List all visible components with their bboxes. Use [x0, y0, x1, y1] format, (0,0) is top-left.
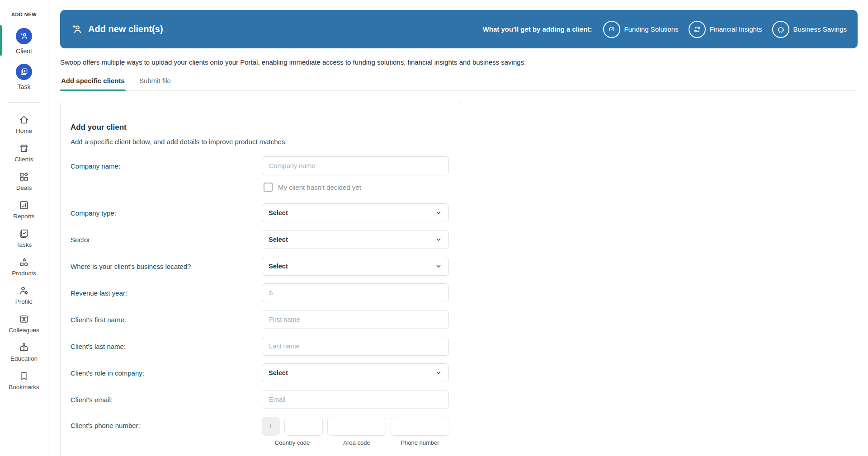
person-gear-icon — [19, 285, 29, 296]
undecided-checkbox-label: My client hasn't decided yet — [278, 183, 361, 191]
revenue-label: Revenue last year: — [71, 289, 262, 297]
sidebar-item-clients[interactable]: Clients — [0, 138, 48, 167]
phone-controls: + Country code Area code Phone number — [262, 417, 449, 446]
id-card-icon — [19, 314, 29, 324]
add-client-button[interactable]: Client — [0, 28, 48, 55]
sidebar-item-bookmarks[interactable]: Bookmarks — [0, 366, 48, 395]
add-client-label: Client — [16, 47, 32, 55]
intro-text: Swoop offers multiple ways to upload you… — [60, 58, 858, 66]
banner-title: Add new client(s) — [88, 24, 163, 34]
chevron-down-icon — [435, 263, 442, 270]
add-client-card: Add your client Add a specific client be… — [60, 102, 461, 456]
sidebar: ADD NEW Client Task — [0, 0, 48, 456]
role-select[interactable]: Select — [262, 363, 449, 382]
role-row: Client's role in company: Select — [71, 363, 449, 382]
report-chart-icon — [19, 200, 29, 211]
bookmark-icon — [19, 371, 29, 381]
benefit-funding-solutions: Funding Solutions — [603, 21, 679, 38]
gauge-icon — [603, 21, 620, 38]
shapes-icon — [19, 257, 29, 268]
person-add-icon — [16, 28, 32, 44]
company-name-input[interactable] — [262, 156, 449, 175]
last-name-input[interactable] — [262, 337, 449, 356]
phone-number-input[interactable] — [391, 417, 449, 436]
sector-row: Sector: Select — [71, 230, 449, 249]
location-row: Where is your client's business located?… — [71, 257, 449, 276]
benefits-intro-text: What you'll get by adding a client: — [483, 25, 592, 33]
banner-title-group: Add new client(s) — [71, 24, 163, 35]
add-new-section-label: ADD NEW — [11, 12, 37, 17]
phone-label: Client's phone number: — [71, 417, 262, 429]
sidebar-item-deals[interactable]: Deals — [0, 167, 48, 195]
tab-add-specific-clients[interactable]: Add specific clients — [60, 73, 126, 90]
last-name-label: Client's last name: — [71, 343, 262, 350]
benefit-financial-insights: Financial Insights — [689, 21, 762, 38]
area-code-input[interactable] — [327, 417, 386, 436]
piggy-bank-icon — [772, 21, 789, 38]
role-label: Client's role in company: — [71, 369, 262, 377]
add-client-banner: Add new client(s) What you'll get by add… — [60, 10, 858, 48]
task-check-icon — [19, 228, 29, 239]
sidebar-item-tasks[interactable]: Tasks — [0, 224, 48, 252]
tab-bar: Add specific clients Submit file — [60, 73, 858, 91]
sidebar-item-colleagues[interactable]: Colleagues — [0, 309, 48, 338]
benefit-business-savings: Business Savings — [772, 21, 847, 38]
sidebar-divider — [8, 102, 40, 103]
card-title: Add your client — [71, 123, 449, 132]
email-row: Client's email: — [71, 390, 449, 409]
company-name-label: Company name: — [71, 162, 262, 170]
area-code-label: Area code — [327, 439, 386, 446]
add-task-label: Task — [18, 83, 31, 90]
main-content: Add new client(s) What you'll get by add… — [48, 0, 868, 456]
sync-icon — [689, 21, 706, 38]
first-name-input[interactable] — [262, 310, 449, 329]
chevron-down-icon — [435, 236, 442, 243]
app-root: ADD NEW Client Task — [0, 0, 868, 456]
location-label: Where is your client's business located? — [71, 263, 262, 270]
chevron-down-icon — [435, 369, 442, 376]
country-code-label: Country code — [262, 439, 323, 446]
tab-submit-file[interactable]: Submit file — [138, 73, 172, 90]
banner-benefits: What you'll get by adding a client: Fund… — [483, 21, 847, 38]
sidebar-item-products[interactable]: Products — [0, 252, 48, 281]
location-select[interactable]: Select — [262, 257, 449, 276]
company-type-select[interactable]: Select — [262, 203, 449, 222]
card-subtitle: Add a specific client below, and add det… — [71, 138, 449, 146]
first-name-label: Client's first name: — [71, 316, 262, 324]
phone-plus-prefix: + — [262, 417, 280, 436]
person-add-icon — [71, 24, 83, 35]
chevron-down-icon — [435, 209, 442, 216]
storefront-icon — [19, 143, 29, 154]
revenue-input[interactable] — [262, 283, 449, 302]
email-input[interactable] — [262, 390, 449, 409]
task-add-icon — [16, 64, 32, 80]
sidebar-item-reports[interactable]: Reports — [0, 195, 48, 224]
deals-grid-icon — [19, 171, 29, 182]
sidebar-item-education[interactable]: Education — [0, 338, 48, 366]
add-client-form: Company name: My client hasn't decided y… — [71, 156, 449, 446]
sector-label: Sector: — [71, 236, 262, 244]
last-name-row: Client's last name: — [71, 337, 449, 356]
company-type-row: Company type: Select — [71, 203, 449, 222]
undecided-checkbox-row: My client hasn't decided yet — [264, 183, 449, 192]
phone-row: Client's phone number: + Country code Ar… — [71, 417, 449, 446]
add-task-button[interactable]: Task — [0, 64, 48, 90]
country-code-input[interactable] — [284, 417, 323, 436]
phone-number-label: Phone number — [391, 439, 449, 446]
home-icon — [19, 114, 29, 125]
sidebar-item-home[interactable]: Home — [0, 110, 48, 138]
company-type-label: Company type: — [71, 209, 262, 217]
company-name-row: Company name: — [71, 156, 449, 175]
revenue-row: Revenue last year: — [71, 283, 449, 302]
email-label: Client's email: — [71, 396, 262, 404]
sidebar-item-profile[interactable]: Profile — [0, 281, 48, 309]
education-icon — [19, 342, 29, 353]
undecided-checkbox[interactable] — [264, 183, 273, 192]
sector-select[interactable]: Select — [262, 230, 449, 249]
first-name-row: Client's first name: — [71, 310, 449, 329]
